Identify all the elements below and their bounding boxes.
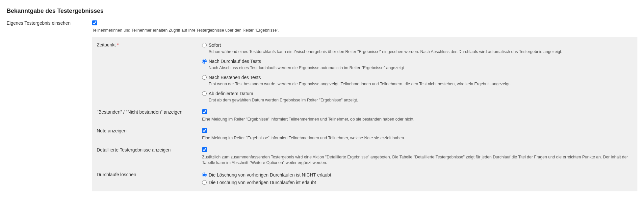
label-own-result: Eigenes Testergebnis einsehen (7, 20, 92, 26)
radio-delete-not-allowed[interactable] (202, 173, 207, 177)
desc-own-result: Teilnehmerinnen und Teilnehmer erhalten … (92, 28, 279, 34)
section-title: Bekanntgabe des Testergebnisses (7, 8, 637, 14)
sub-row-zeitpunkt: Zeitpunkt * Sofort Schon während eines T… (97, 42, 633, 103)
label-zeitpunkt-text: Zeitpunkt (97, 42, 116, 47)
opt-label-ab-datum: Ab definiertem Datum (209, 91, 358, 97)
desc-detailed: Zusätzlich zum zusammenfassenden Testerg… (202, 154, 633, 166)
opt-desc-ab-datum: Erst ab dem gewählten Datum werden Ergeb… (209, 97, 358, 103)
row-own-result: Eigenes Testergebnis einsehen Teilnehmer… (7, 20, 637, 191)
radio-zeitpunkt-nach-bestehen[interactable] (202, 75, 207, 80)
radio-zeitpunkt-nach-durchlauf[interactable] (202, 59, 207, 64)
label-delete-runs: Durchläufe löschen (97, 172, 202, 177)
desc-note: Eine Meldung im Reiter "Ergebnisse" info… (202, 135, 405, 141)
opt-desc-sofort: Schon während eines Testdurchlaufs kann … (209, 49, 562, 55)
sub-row-detailed: Detaillierte Testergebnisse anzeigen Zus… (97, 147, 633, 166)
label-detailed: Detaillierte Testergebnisse anzeigen (97, 147, 202, 152)
radio-zeitpunkt-ab-datum[interactable] (202, 91, 207, 96)
label-note: Note anzeigen (97, 128, 202, 133)
radio-zeitpunkt-sofort[interactable] (202, 43, 207, 47)
checkbox-bestanden[interactable] (202, 109, 207, 114)
opt-label-nach-bestehen: Nach Bestehen des Tests (209, 74, 511, 81)
sub-row-note: Note anzeigen Eine Meldung im Reiter "Er… (97, 128, 633, 141)
opt-label-delete-not-allowed: Die Löschung von vorherigen Durchläufen … (209, 172, 331, 179)
label-bestanden: "Bestanden" / "Nicht bestanden" anzeigen (97, 109, 202, 115)
opt-label-sofort: Sofort (209, 42, 562, 49)
radio-delete-allowed[interactable] (202, 180, 207, 185)
opt-label-delete-allowed: Die Löschung von vorherigen Durchläufen … (209, 179, 316, 186)
opt-desc-nach-bestehen: Erst wenn der Test bestanden wurde, werd… (209, 81, 511, 87)
desc-bestanden: Eine Meldung im Reiter "Ergebnisse" info… (202, 117, 415, 123)
sub-row-bestanden: "Bestanden" / "Nicht bestanden" anzeigen… (97, 109, 633, 123)
checkbox-note[interactable] (202, 128, 207, 133)
checkbox-detailed[interactable] (202, 147, 207, 152)
label-zeitpunkt: Zeitpunkt * (97, 42, 202, 47)
sub-block-own-result: Zeitpunkt * Sofort Schon während eines T… (92, 37, 637, 192)
sub-row-delete-runs: Durchläufe löschen Die Löschung von vorh… (97, 172, 633, 186)
checkbox-own-result[interactable] (92, 20, 97, 25)
opt-desc-nach-durchlauf: Nach Abschluss eines Testdurchlaufs werd… (209, 65, 404, 71)
opt-label-nach-durchlauf: Nach Durchlauf des Tests (209, 58, 404, 65)
required-mark: * (117, 42, 118, 47)
